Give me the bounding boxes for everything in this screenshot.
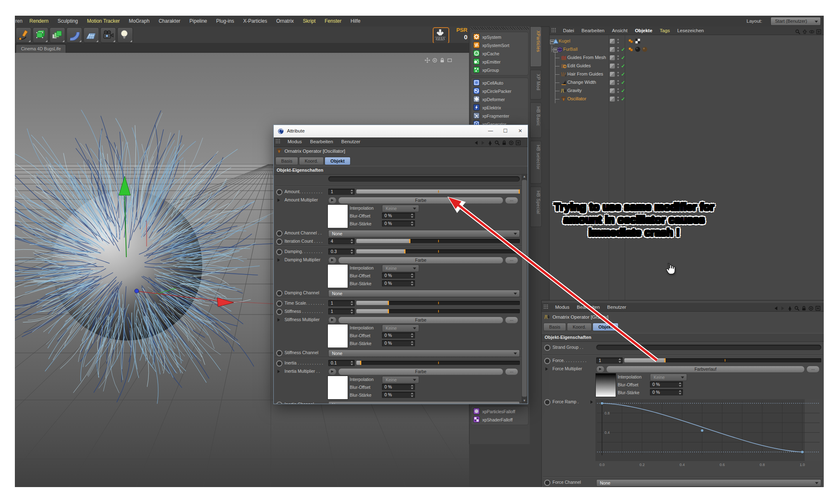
scroll-up-icon[interactable]: ▲	[521, 174, 527, 179]
visibility-dot[interactable]	[617, 80, 619, 82]
keyframe-circle-icon[interactable]	[276, 360, 282, 367]
viewport-tab[interactable]: Cinema 4D BugsLife	[16, 44, 66, 53]
visibility-dot[interactable]	[617, 42, 619, 43]
menu-item-ren[interactable]: ren	[15, 16, 25, 26]
visibility-dot[interactable]	[617, 99, 619, 101]
browse-button[interactable]: ...	[505, 317, 518, 324]
amount-multiplier-expand-button[interactable]	[328, 197, 337, 204]
spinner-icon[interactable]	[410, 273, 414, 278]
visibility-dot[interactable]	[617, 75, 619, 76]
spinner-icon[interactable]	[410, 384, 414, 390]
menu-item-skript[interactable]: Skript	[299, 16, 320, 26]
stiffness-multiplier-shader-bar[interactable]: Farbe	[338, 317, 503, 324]
visibility-dot[interactable]	[617, 91, 619, 93]
orange-dots-tag-icon[interactable]	[628, 38, 634, 46]
keyframe-circle-icon[interactable]	[544, 399, 550, 405]
slider-handle[interactable]	[388, 309, 389, 313]
visibility-dot[interactable]	[617, 64, 619, 65]
menu-item-tags[interactable]: Tags	[656, 27, 673, 36]
spinner-icon[interactable]	[350, 189, 354, 194]
tree-row-oscillator[interactable]: Oscillator✓	[550, 95, 824, 103]
inertia-multiplier-shader-bar[interactable]: Farbe	[338, 368, 503, 375]
visibility-dot[interactable]	[617, 83, 619, 85]
palette-item-xpelektrix[interactable]: xpElektrix	[471, 104, 528, 112]
sphere-dark-tag-icon[interactable]	[635, 46, 641, 54]
amount-value-input[interactable]: 1	[328, 189, 355, 195]
bend-deformer-tool-button[interactable]	[66, 27, 82, 43]
enabled-check-icon[interactable]: ✓	[621, 63, 625, 69]
enabled-check-icon[interactable]: ✓	[621, 80, 625, 85]
blur-offset-input[interactable]: 0 %	[382, 332, 415, 338]
blur-offset-input[interactable]: 0 %	[650, 381, 683, 388]
keyframe-circle-icon[interactable]	[544, 345, 550, 351]
visibility-toggle[interactable]	[610, 88, 615, 93]
stiffness-channel-dropdown[interactable]: None	[328, 350, 520, 357]
palette-tab-xp-mod[interactable]: XP Mod	[530, 70, 542, 99]
spinner-icon[interactable]	[618, 358, 622, 363]
amount-slider[interactable]	[356, 189, 520, 194]
spinner-icon[interactable]	[410, 333, 414, 338]
damping-multiplier-expand-button[interactable]	[328, 257, 337, 264]
gradient-swatch[interactable]	[595, 373, 616, 397]
menu-item-mograph[interactable]: MoGraph	[124, 16, 154, 26]
spinner-icon[interactable]	[350, 309, 354, 314]
slider-handle[interactable]	[388, 301, 389, 305]
checker-tag-icon[interactable]	[635, 38, 641, 46]
tree-row-edit-guides[interactable]: Edit Guides✓	[550, 62, 824, 70]
menu-item-hilfe[interactable]: Hilfe	[346, 16, 365, 26]
keyframe-circle-icon[interactable]	[276, 230, 282, 237]
palette-item-xpcache[interactable]: xpCache	[471, 50, 528, 58]
spinner-icon[interactable]	[350, 301, 354, 306]
keyframe-circle-icon[interactable]	[276, 350, 282, 356]
palette-item-xpsystemsort[interactable]: xpSystemSort	[471, 41, 528, 50]
damping-slider[interactable]	[356, 249, 520, 253]
expand-icon[interactable]	[590, 400, 593, 404]
visibility-toggle[interactable]	[610, 55, 615, 60]
blur-st-rke-input[interactable]: 0 %	[650, 389, 683, 395]
iteration-count-value-input[interactable]: 4	[328, 238, 355, 244]
expand-icon[interactable]	[277, 370, 280, 373]
edit-cube-tool-button[interactable]	[33, 27, 48, 43]
visibility-dot[interactable]	[617, 72, 619, 73]
palette-item-xpfragmenter[interactable]: xpFragmenter	[471, 112, 528, 120]
enabled-check-icon[interactable]: ✓	[621, 47, 625, 52]
menu-item-objekte[interactable]: Objekte	[631, 27, 656, 36]
menu-item-sculpting[interactable]: Sculpting	[53, 16, 82, 26]
enabled-check-icon[interactable]: ✓	[621, 55, 625, 61]
amount-channel-dropdown[interactable]: None	[328, 230, 520, 237]
stiffness-multiplier-expand-button[interactable]	[328, 317, 337, 324]
expand-icon[interactable]	[545, 367, 548, 371]
visibility-toggle[interactable]	[610, 80, 615, 85]
visibility-dot[interactable]	[617, 66, 619, 68]
spinner-icon[interactable]	[678, 390, 682, 395]
orange-dots-tag-icon[interactable]	[628, 46, 634, 54]
spinner-icon[interactable]	[410, 392, 414, 398]
blur-offset-input[interactable]: 0 %	[382, 213, 415, 219]
spinner-icon[interactable]	[350, 360, 354, 366]
slider-handle[interactable]	[519, 189, 520, 194]
palette-item-xpemitter[interactable]: xpEmitter	[471, 58, 528, 66]
visibility-dot[interactable]	[617, 58, 619, 60]
lock-icon[interactable]	[439, 57, 445, 63]
enabled-check-icon[interactable]: ✓	[621, 96, 625, 102]
keyframe-circle-icon[interactable]	[544, 480, 550, 486]
visibility-toggle[interactable]	[610, 39, 615, 44]
damping-multiplier-shader-bar[interactable]: Farbe	[338, 257, 503, 264]
scroll-down-icon[interactable]: ▼	[521, 398, 527, 403]
plus-icon[interactable]	[816, 29, 822, 35]
tree-row-guides-from-mesh[interactable]: Guides From Mesh✓	[550, 54, 824, 62]
interpolation-dropdown[interactable]: Keine	[650, 374, 687, 381]
palette-tab-hb-selector[interactable]: HB selector	[530, 141, 542, 184]
spinner-icon[interactable]	[410, 221, 414, 226]
enabled-check-icon[interactable]: ✓	[621, 88, 625, 94]
move-cross-icon[interactable]	[424, 57, 430, 63]
interpolation-dropdown[interactable]: Keine	[382, 376, 419, 383]
visibility-dot[interactable]	[617, 39, 619, 40]
visibility-dot[interactable]	[617, 55, 619, 57]
palette-grip[interactable]	[470, 27, 529, 30]
visibility-dot[interactable]	[617, 97, 619, 98]
iteration-count-slider[interactable]	[356, 239, 520, 243]
visibility-dot[interactable]	[617, 47, 619, 49]
menu-item-lesezeichen[interactable]: Lesezeichen	[673, 27, 708, 36]
blur-st-rke-input[interactable]: 0 %	[382, 340, 415, 346]
